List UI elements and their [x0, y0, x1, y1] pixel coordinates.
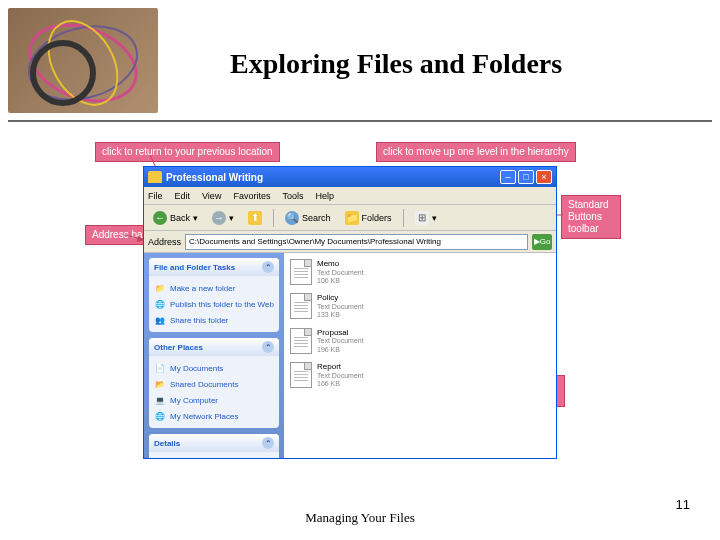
network-icon: 🌐 [154, 410, 166, 422]
views-icon: ⊞ [415, 211, 429, 225]
slide-footer: Managing Your Files [0, 510, 720, 526]
folders-button[interactable]: 📁 Folders [340, 209, 397, 227]
standard-toolbar: ← Back ▾ → ▾ ⬆ 🔍 Search 📁 Folders [144, 205, 556, 231]
forward-icon: → [212, 211, 226, 225]
panel-tasks: File and Folder Tasks ⌃ 📁Make a new fold… [149, 258, 279, 332]
file-list: MemoText Document106 KB PolicyText Docum… [284, 253, 556, 458]
menu-view[interactable]: View [202, 191, 221, 201]
folders-icon: 📁 [345, 211, 359, 225]
callout-toolbar: Standard Buttons toolbar [561, 195, 621, 239]
file-item[interactable]: ProposalText Document196 KB [290, 328, 550, 354]
new-folder-icon: 📁 [154, 282, 166, 294]
detail-name: Professional Writing [154, 456, 274, 458]
titlebar[interactable]: Professional Writing – □ × [144, 167, 556, 187]
chevron-down-icon: ▾ [193, 213, 198, 223]
folder-icon [148, 171, 162, 183]
menu-help[interactable]: Help [315, 191, 334, 201]
share-icon: 👥 [154, 314, 166, 326]
documents-icon: 📄 [154, 362, 166, 374]
views-button[interactable]: ⊞ ▾ [410, 209, 442, 227]
separator [403, 209, 404, 227]
separator [273, 209, 274, 227]
collapse-icon: ⌃ [262, 261, 274, 273]
file-item[interactable]: PolicyText Document133 KB [290, 293, 550, 319]
text-file-icon [290, 259, 312, 285]
address-bar: Address ▶ Go [144, 231, 556, 253]
menubar: File Edit View Favorites Tools Help [144, 187, 556, 205]
publish-icon: 🌐 [154, 298, 166, 310]
place-my-documents[interactable]: 📄My Documents [154, 360, 274, 376]
panel-details-header[interactable]: Details ⌃ [149, 434, 279, 452]
slide-title: Exploring Files and Folders [230, 48, 562, 80]
panel-places: Other Places ⌃ 📄My Documents 📂Shared Doc… [149, 338, 279, 428]
collapse-icon: ⌃ [262, 341, 274, 353]
menu-favorites[interactable]: Favorites [233, 191, 270, 201]
text-file-icon [290, 362, 312, 388]
file-item[interactable]: ReportText Document166 KB [290, 362, 550, 388]
go-button[interactable]: ▶ Go [532, 234, 552, 250]
address-label: Address [148, 237, 181, 247]
window-title: Professional Writing [166, 172, 500, 183]
close-button[interactable]: × [536, 170, 552, 184]
file-item[interactable]: MemoText Document106 KB [290, 259, 550, 285]
page-number: 11 [676, 497, 690, 512]
menu-file[interactable]: File [148, 191, 163, 201]
maximize-button[interactable]: □ [518, 170, 534, 184]
place-my-computer[interactable]: 💻My Computer [154, 392, 274, 408]
task-pane: File and Folder Tasks ⌃ 📁Make a new fold… [144, 253, 284, 458]
collapse-icon: ⌃ [262, 437, 274, 449]
up-button[interactable]: ⬆ [243, 209, 267, 227]
text-file-icon [290, 293, 312, 319]
back-button[interactable]: ← Back ▾ [148, 209, 203, 227]
explorer-window: Professional Writing – □ × File Edit Vie… [143, 166, 557, 459]
slide-logo [8, 8, 158, 113]
task-new-folder[interactable]: 📁Make a new folder [154, 280, 274, 296]
back-icon: ← [153, 211, 167, 225]
panel-places-header[interactable]: Other Places ⌃ [149, 338, 279, 356]
up-icon: ⬆ [248, 211, 262, 225]
search-icon: 🔍 [285, 211, 299, 225]
text-file-icon [290, 328, 312, 354]
forward-button[interactable]: → ▾ [207, 209, 239, 227]
chevron-down-icon: ▾ [432, 213, 437, 223]
place-shared-documents[interactable]: 📂Shared Documents [154, 376, 274, 392]
callout-up: click to move up one level in the hierar… [376, 142, 576, 162]
search-button[interactable]: 🔍 Search [280, 209, 336, 227]
panel-details: Details ⌃ Professional Writing File Fold… [149, 434, 279, 458]
minimize-button[interactable]: – [500, 170, 516, 184]
chevron-down-icon: ▾ [229, 213, 234, 223]
place-network[interactable]: 🌐My Network Places [154, 408, 274, 424]
computer-icon: 💻 [154, 394, 166, 406]
divider [8, 120, 712, 122]
menu-tools[interactable]: Tools [282, 191, 303, 201]
task-publish[interactable]: 🌐Publish this folder to the Web [154, 296, 274, 312]
shared-icon: 📂 [154, 378, 166, 390]
panel-tasks-header[interactable]: File and Folder Tasks ⌃ [149, 258, 279, 276]
menu-edit[interactable]: Edit [175, 191, 191, 201]
address-input[interactable] [185, 234, 528, 250]
task-share[interactable]: 👥Share this folder [154, 312, 274, 328]
